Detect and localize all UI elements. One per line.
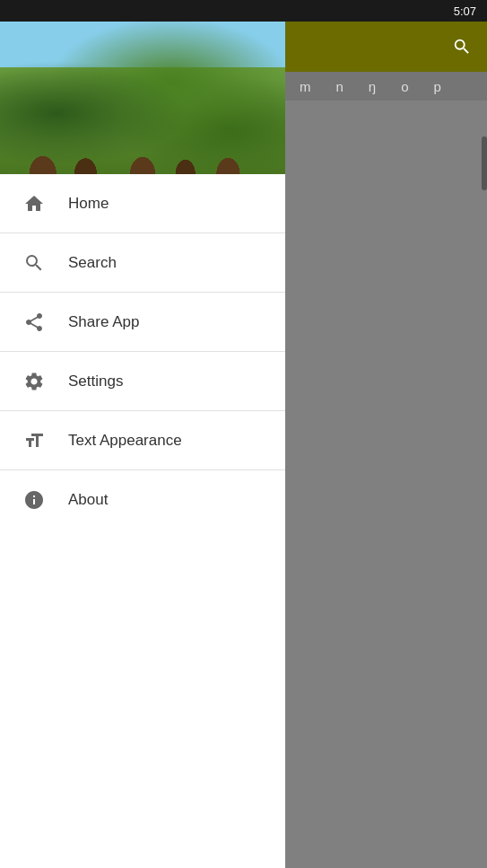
drawer-nav: Home Search Share App: [0, 174, 285, 868]
scroll-indicator[interactable]: [482, 136, 487, 190]
nav-label-share-app: Share App: [68, 313, 139, 331]
settings-icon: [22, 369, 47, 394]
nav-item-text-appearance[interactable]: Text Appearance: [0, 411, 285, 470]
nav-item-search[interactable]: Search: [0, 233, 285, 293]
nav-item-home[interactable]: Home: [0, 174, 285, 233]
search-icon: [22, 250, 47, 276]
alpha-p[interactable]: p: [434, 79, 441, 94]
main-toolbar: [285, 22, 487, 72]
nav-item-settings[interactable]: Settings: [0, 352, 285, 411]
nav-item-share-app[interactable]: Share App: [0, 293, 285, 352]
main-content: [285, 101, 487, 868]
nav-label-settings: Settings: [68, 373, 123, 390]
nav-label-about: About: [68, 491, 108, 509]
home-icon: [22, 191, 47, 216]
alpha-m[interactable]: m: [300, 79, 311, 94]
navigation-drawer: Home Search Share App: [0, 22, 285, 868]
alphabet-bar: m n ŋ o p: [285, 72, 487, 101]
alpha-o[interactable]: o: [401, 79, 408, 94]
status-bar: 5:07: [0, 0, 487, 22]
toolbar-search-button[interactable]: [449, 34, 474, 59]
text-appearance-icon: [22, 428, 47, 453]
share-icon: [22, 310, 47, 335]
info-icon: [22, 487, 47, 513]
status-time: 5:07: [454, 4, 476, 18]
main-panel: m n ŋ o p: [285, 22, 487, 868]
alpha-n[interactable]: n: [336, 79, 344, 94]
nav-item-about[interactable]: About: [0, 470, 285, 530]
nav-label-search: Search: [68, 254, 117, 272]
nav-label-home: Home: [68, 195, 109, 213]
alpha-ng[interactable]: ŋ: [369, 79, 376, 94]
nav-label-text-appearance: Text Appearance: [68, 432, 182, 450]
drawer-header-image: [0, 22, 285, 174]
